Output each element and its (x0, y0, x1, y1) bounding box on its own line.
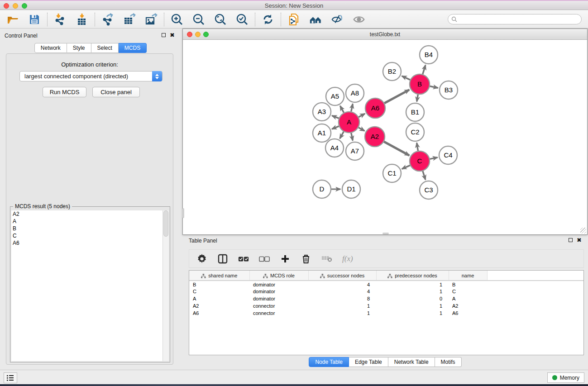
graph-node-A6[interactable]: A6 (365, 98, 385, 118)
column-header-shared-name[interactable]: shared name (189, 271, 249, 281)
graph-node-A3[interactable]: A3 (313, 103, 331, 121)
table-cell[interactable]: B (449, 281, 487, 288)
toggle-bird-view-icon[interactable] (353, 13, 365, 26)
close-panel-icon[interactable]: ✖ (170, 33, 175, 37)
delete-table-icon[interactable] (321, 253, 332, 264)
column-header-name[interactable]: name (449, 271, 487, 281)
table-header-row[interactable]: shared nameMCDS rolesuccessor nodesprede… (189, 271, 583, 281)
table-cell[interactable]: A2 (189, 302, 249, 310)
graph-node-B2[interactable]: B2 (383, 62, 401, 81)
network-canvas[interactable]: B4B2BB3A8A5A6A3B1AC2A1A2A4A7C4CC1DD1C3 (183, 40, 587, 234)
run-mcds-button[interactable]: Run MCDS (43, 87, 86, 97)
table-cell[interactable]: C (189, 288, 249, 295)
table-cell[interactable]: A (189, 295, 249, 302)
show-columns-icon[interactable] (217, 253, 228, 264)
table-cell[interactable]: C (449, 288, 487, 295)
graph-node-B1[interactable]: B1 (406, 103, 424, 121)
table-cell[interactable]: dominator (249, 281, 308, 288)
graph-node-C3[interactable]: C3 (420, 181, 438, 199)
table-row[interactable]: A2connector11A2 (189, 302, 583, 310)
edge-A-A1[interactable] (332, 126, 339, 129)
graph-node-C4[interactable]: C4 (439, 146, 457, 164)
resize-grip-icon[interactable] (580, 228, 586, 234)
new-network-from-selection-icon[interactable] (287, 13, 300, 26)
table-cell[interactable]: 0 (376, 295, 449, 302)
import-network-icon[interactable] (54, 13, 67, 26)
edge-A-A3[interactable] (332, 116, 339, 119)
mcds-result-item[interactable]: B (11, 225, 163, 232)
mcds-result-scrollbar[interactable] (163, 210, 169, 361)
table-cell[interactable]: 4 (308, 281, 376, 288)
table-row[interactable]: A6connector11A6 (189, 310, 583, 317)
network-horizontal-scrollbar[interactable] (382, 233, 389, 234)
mcds-result-item[interactable]: A2 (11, 210, 163, 218)
edge-B-B1[interactable] (417, 95, 418, 102)
edge-A-A6[interactable] (359, 114, 365, 117)
tab-node-table[interactable]: Node Table (309, 357, 349, 367)
tab-motifs[interactable]: Motifs (435, 357, 462, 367)
table-cell[interactable]: 1 (308, 310, 376, 317)
graph-node-B3[interactable]: B3 (440, 81, 458, 99)
graph-node-A4[interactable]: A4 (325, 139, 344, 157)
table-cell[interactable]: 1 (376, 288, 449, 295)
edge-A-A8[interactable] (351, 104, 353, 112)
tab-style[interactable]: Style (67, 43, 91, 53)
tab-edge-table[interactable]: Edge Table (349, 357, 388, 367)
table-cell[interactable]: A (449, 295, 487, 302)
edge-B-B4[interactable] (423, 65, 425, 74)
edge-A2-C[interactable] (384, 142, 409, 156)
table-cell[interactable]: connector (249, 302, 308, 310)
edge-B-B3[interactable] (430, 86, 438, 88)
close-panel-button[interactable]: Close panel (92, 87, 140, 97)
table-cell[interactable]: 4 (308, 288, 376, 295)
column-header-successor-nodes[interactable]: successor nodes (308, 271, 376, 281)
mcds-result-list[interactable]: A2ABCA6 (11, 210, 163, 361)
table-cell[interactable]: A6 (189, 310, 249, 317)
graph-node-A8[interactable]: A8 (346, 84, 364, 102)
edge-B-B2[interactable] (402, 76, 410, 80)
table-cell[interactable]: B (189, 281, 249, 288)
tab-mcds[interactable]: MCDS (119, 43, 147, 53)
mcds-result-item[interactable]: A (11, 218, 163, 225)
column-header-predecessor-nodes[interactable]: predecessor nodes (376, 271, 449, 281)
graph-node-D1[interactable]: D1 (342, 180, 360, 198)
table-cell[interactable]: dominator (249, 288, 308, 295)
edge-C-C3[interactable] (423, 171, 425, 180)
edge-A6-B[interactable] (384, 90, 409, 103)
node-table[interactable]: shared nameMCDS rolesuccessor nodesprede… (189, 270, 584, 355)
edge-C-C1[interactable] (402, 165, 410, 169)
table-cell[interactable]: 1 (376, 310, 449, 317)
search-input[interactable] (448, 14, 582, 24)
close-table-panel-icon[interactable]: ✖ (577, 238, 582, 242)
show-hide-graphics-details-icon[interactable] (331, 13, 344, 26)
table-cell[interactable]: 8 (308, 295, 376, 302)
graph-node-A7[interactable]: A7 (346, 142, 364, 160)
export-table-icon[interactable] (123, 13, 136, 26)
edge-A-A4[interactable] (340, 132, 344, 138)
table-cell[interactable]: connector (249, 310, 308, 317)
zoom-out-icon[interactable] (192, 13, 205, 26)
table-cell[interactable]: A2 (449, 302, 487, 310)
table-cell[interactable]: 1 (376, 281, 449, 288)
table-row[interactable]: Adominator80A (189, 295, 583, 302)
open-session-icon[interactable] (6, 13, 19, 26)
mcds-result-item[interactable]: C (11, 232, 163, 239)
export-image-icon[interactable] (145, 13, 158, 26)
graph-node-C2[interactable]: C2 (406, 123, 424, 141)
criterion-dropdown[interactable]: largest connected component (directed) (19, 71, 163, 81)
edge-A-A5[interactable] (340, 106, 344, 113)
select-all-icon[interactable] (238, 253, 249, 264)
tab-network-table[interactable]: Network Table (388, 357, 435, 367)
table-cell[interactable]: 1 (308, 302, 376, 310)
graph-node-A[interactable]: A (339, 112, 359, 133)
table-row[interactable]: Bdominator41B (189, 281, 583, 288)
graph-node-C1[interactable]: C1 (383, 164, 401, 182)
mcds-result-item[interactable]: A6 (11, 239, 163, 247)
delete-columns-icon[interactable] (301, 253, 311, 264)
zoom-in-icon[interactable] (171, 13, 183, 26)
table-row[interactable]: Cdominator41C (189, 288, 583, 295)
edge-A-A2[interactable] (359, 128, 364, 131)
edge-C-C2[interactable] (417, 143, 418, 151)
refresh-icon[interactable] (262, 13, 274, 26)
graph-node-C[interactable]: C (410, 151, 430, 171)
